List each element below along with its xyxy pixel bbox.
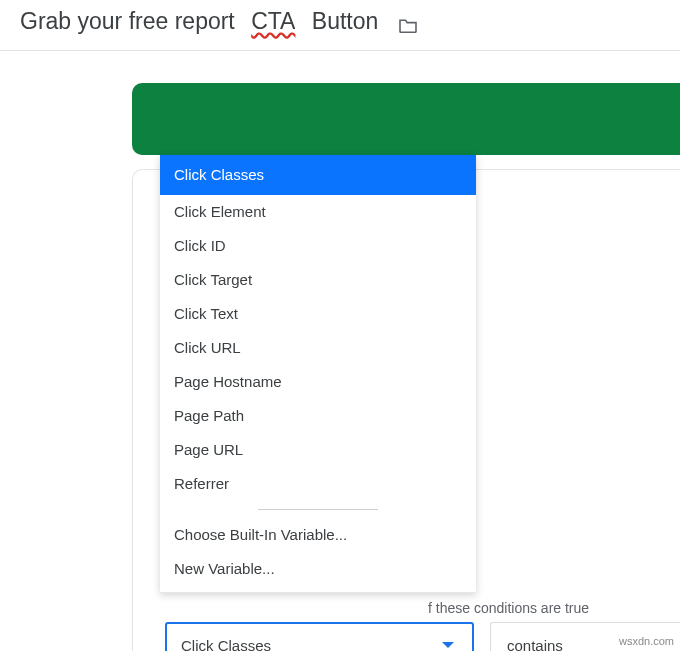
variable-select[interactable]: Click Classes <box>165 622 474 651</box>
dropdown-item-referrer[interactable]: Referrer <box>160 467 476 501</box>
dropdown-item-page-path[interactable]: Page Path <box>160 399 476 433</box>
dropdown-divider <box>258 509 378 510</box>
dropdown-item-click-text[interactable]: Click Text <box>160 297 476 331</box>
dropdown-item-click-classes[interactable]: Click Classes <box>160 155 476 195</box>
dropdown-item-choose-builtin[interactable]: Choose Built-In Variable... <box>160 518 476 552</box>
folder-icon[interactable] <box>398 17 418 33</box>
page-header: Grab your free report CTA Button <box>0 0 680 51</box>
conditions-helper-text: f these conditions are true <box>428 600 589 616</box>
trigger-title-part1[interactable]: Grab your free report <box>18 8 243 38</box>
dropdown-item-click-id[interactable]: Click ID <box>160 229 476 263</box>
trigger-title-part2-spellcheck[interactable]: CTA <box>249 8 297 38</box>
operator-select-value: contains <box>507 637 563 652</box>
config-canvas: f these conditions are true Click Classe… <box>0 51 680 81</box>
watermark-text: wsxdn.com <box>619 635 674 647</box>
variable-select-value: Click Classes <box>181 637 271 652</box>
variable-dropdown-panel: Click Classes Click Element Click ID Cli… <box>160 155 476 593</box>
chevron-down-icon <box>442 642 454 648</box>
dropdown-item-click-element[interactable]: Click Element <box>160 195 476 229</box>
dropdown-item-click-target[interactable]: Click Target <box>160 263 476 297</box>
dropdown-item-click-url[interactable]: Click URL <box>160 331 476 365</box>
trigger-title-part3[interactable]: Button <box>303 8 380 38</box>
dropdown-item-page-hostname[interactable]: Page Hostname <box>160 365 476 399</box>
section-header-bar <box>132 83 680 155</box>
dropdown-item-new-variable[interactable]: New Variable... <box>160 552 476 586</box>
dropdown-item-page-url[interactable]: Page URL <box>160 433 476 467</box>
